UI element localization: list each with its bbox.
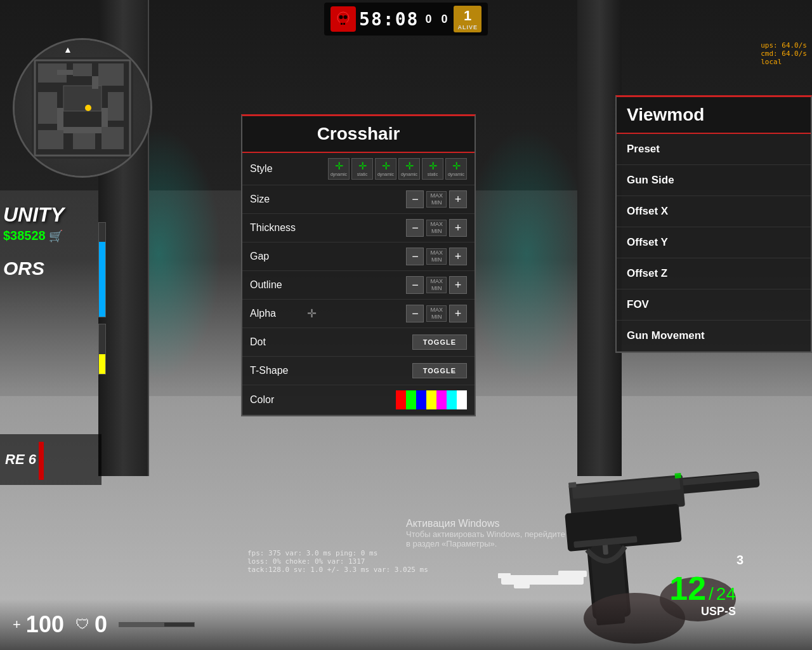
svg-rect-21	[343, 23, 345, 25]
offsetz-label: Offset Z	[627, 267, 667, 279]
yellow-bar	[98, 324, 106, 375]
viewmodel-item-gunmovement[interactable]: Gun Movement	[617, 321, 811, 352]
outline-minus-btn[interactable]: −	[406, 276, 424, 294]
size-plus-btn[interactable]: +	[449, 190, 467, 208]
alpha-label: Alpha	[250, 308, 307, 319]
crosshair-panel: Crosshair Style ✛ dynamic ✛ static ✛ dyn…	[241, 114, 476, 416]
re6-block: RE 6	[0, 434, 102, 485]
gap-plus-btn[interactable]: +	[449, 248, 467, 265]
crosshair-row-dot: Dot TOGGLE	[242, 328, 475, 357]
outline-plus-btn[interactable]: +	[449, 276, 467, 294]
swatch-green[interactable]	[406, 390, 416, 409]
svg-point-19	[344, 15, 348, 19]
svg-point-18	[339, 15, 343, 19]
style-thumb-0[interactable]: ✛ dynamic	[328, 158, 350, 180]
svg-rect-10	[102, 127, 124, 149]
debug-line1: fps: 375 var: 3.0 ms ping: 0 ms	[247, 549, 428, 557]
gap-label: Gap	[250, 251, 307, 262]
tshape-toggle-btn[interactable]: TOGGLE	[412, 363, 467, 378]
viewmodel-panel: Viewmod Preset Gun Side Offset X Offset …	[615, 95, 812, 353]
viewmodel-item-gunside[interactable]: Gun Side	[617, 165, 811, 196]
preset-label: Preset	[627, 143, 660, 155]
team-label-ors: ORS	[0, 258, 66, 279]
thickness-minus-btn[interactable]: −	[406, 219, 424, 237]
alive-block: 1 ALIVE	[454, 6, 481, 32]
viewmodel-item-offsety[interactable]: Offset Y	[617, 227, 811, 258]
weapon-slot-number: 3	[737, 553, 743, 567]
ammo-separator: /	[709, 584, 714, 604]
swatch-cyan[interactable]	[447, 390, 457, 409]
money-display: $38528 🛒	[0, 227, 66, 245]
svg-rect-4	[98, 63, 124, 86]
score-left: 0	[425, 13, 431, 26]
ammo-bar-fill	[119, 623, 164, 627]
dot-toggle-btn[interactable]: TOGGLE	[412, 335, 467, 350]
svg-rect-11	[57, 70, 73, 75]
viewmodel-item-fov[interactable]: FOV	[617, 289, 811, 321]
svg-rect-35	[674, 473, 681, 479]
cursor: ▲	[63, 44, 72, 55]
viewmodel-item-preset[interactable]: Preset	[617, 134, 811, 165]
viewmodel-item-offsetx[interactable]: Offset X	[617, 196, 811, 227]
alpha-minus-btn[interactable]: −	[406, 305, 424, 322]
crosshair-row-size: Size − MAX MIN +	[242, 185, 475, 214]
svg-rect-3	[73, 63, 92, 76]
viewmodel-item-offsetz[interactable]: Offset Z	[617, 258, 811, 289]
swatch-white[interactable]	[457, 390, 467, 409]
crosshair-title: Crosshair	[242, 116, 475, 153]
size-minus-btn[interactable]: −	[406, 190, 424, 208]
swatch-red[interactable]	[396, 390, 406, 409]
fps-line3: local	[761, 58, 807, 66]
ammo-total: 24	[716, 584, 736, 604]
left-hud-panel: UNITY $38528 🛒 ORS	[0, 203, 66, 279]
health-display: + 100 🛡 0	[13, 611, 195, 638]
gap-controls: − MAX MIN +	[406, 248, 467, 265]
health-value: 100	[26, 611, 64, 638]
crosshair-row-style: Style ✛ dynamic ✛ static ✛ dynamic ✛ dyn…	[242, 153, 475, 185]
timer-display: 58:08	[359, 9, 419, 30]
thickness-controls: − MAX MIN +	[406, 219, 467, 237]
svg-rect-9	[73, 133, 95, 149]
svg-rect-6	[63, 86, 102, 111]
crosshair-row-alpha: Alpha ✛ − MAX MIN +	[242, 300, 475, 328]
plus-icon: +	[13, 616, 21, 633]
armor-value: 0	[95, 611, 107, 638]
size-controls: − MAX MIN +	[406, 190, 467, 208]
windows-activation: Активация Windows Чтобы активировать Win…	[406, 518, 571, 548]
fov-label: FOV	[627, 298, 649, 310]
style-thumb-5[interactable]: ✛ dynamic	[445, 158, 467, 180]
style-thumb-1[interactable]: ✛ static	[351, 158, 373, 180]
cart-icon: 🛒	[49, 229, 63, 243]
crosshair-row-thickness: Thickness − MAX MIN +	[242, 214, 475, 242]
timer-block: 58:08 0 0 1 ALIVE	[324, 3, 488, 36]
style-thumb-4[interactable]: ✛ static	[422, 158, 443, 180]
weapon-name: USP-S	[669, 605, 736, 618]
dot-label: Dot	[250, 336, 307, 348]
svg-rect-15	[63, 127, 102, 133]
thickness-plus-btn[interactable]: +	[449, 219, 467, 237]
color-swatches	[396, 390, 467, 409]
gunside-label: Gun Side	[627, 174, 674, 186]
outline-minmax: MAX MIN	[426, 277, 447, 293]
alpha-plus-btn[interactable]: +	[449, 305, 467, 322]
swatch-magenta[interactable]	[436, 390, 447, 409]
fps-line1: ups: 64.0/s	[761, 41, 807, 50]
viewmodel-title: Viewmod	[617, 97, 811, 134]
style-thumb-2[interactable]: ✛ dynamic	[375, 158, 396, 180]
svg-rect-20	[341, 23, 343, 25]
crosshair-row-gap: Gap − MAX MIN +	[242, 242, 475, 271]
shield-icon: 🛡	[75, 616, 89, 633]
debug-text: fps: 375 var: 3.0 ms ping: 0 ms loss: 0%…	[247, 549, 428, 574]
fps-line2: cmd: 64.0/s	[761, 50, 807, 58]
swatch-blue[interactable]	[416, 390, 426, 409]
tshape-label: T-Shape	[250, 365, 307, 376]
alpha-minmax: MAX MIN	[426, 305, 447, 322]
style-thumb-3[interactable]: ✛ dynamic	[398, 158, 420, 180]
gap-minus-btn[interactable]: −	[406, 248, 424, 265]
thickness-label: Thickness	[250, 222, 307, 234]
svg-rect-14	[102, 108, 108, 127]
svg-rect-7	[108, 92, 124, 121]
svg-rect-34	[568, 482, 577, 488]
swatch-yellow[interactable]	[426, 390, 436, 409]
style-label: Style	[250, 163, 307, 175]
